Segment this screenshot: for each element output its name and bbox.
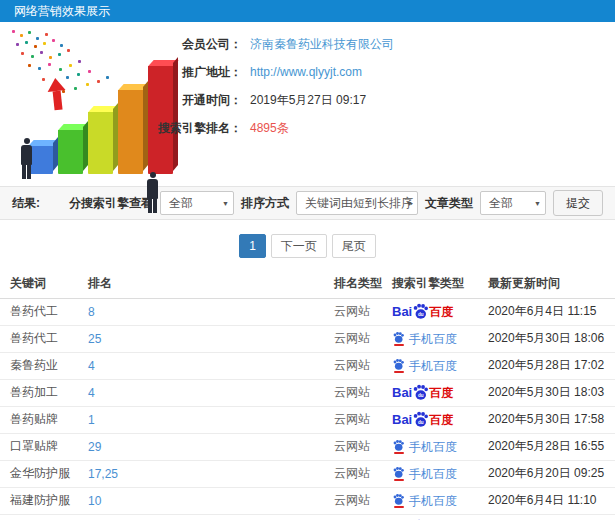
info-row-company: 会员公司： 济南秦鲁药业科技有限公司 xyxy=(150,30,394,58)
engine-type-cell: Bai du 百度 xyxy=(392,379,488,406)
promo-url-link[interactable]: http://www.qlyyjt.com xyxy=(250,65,362,79)
mobile-baidu-label: 手机百度 xyxy=(409,333,457,345)
pagination: 1 下一页 尾页 xyxy=(0,234,615,258)
rank-type-cell: 云网站 xyxy=(334,379,392,406)
rank-cell[interactable] xyxy=(88,514,334,520)
baidu-paw-icon: du xyxy=(412,303,429,320)
table-row: 兽药代工 25 云网站 手机百度 2020年5月30日 18:06 xyxy=(0,325,615,352)
engine-type-cell: 手机百度 xyxy=(392,325,488,352)
table-row: 兽药代工 8 云网站 Bai du 百度 2020年6月4日 11:15 xyxy=(0,298,615,325)
mobile-baidu-paw-icon xyxy=(392,359,405,373)
updated-time-cell xyxy=(488,514,615,520)
updated-time-cell: 2020年5月30日 18:03 xyxy=(488,379,615,406)
promo-url-label: 推广地址： xyxy=(150,64,242,81)
svg-text:du: du xyxy=(418,312,424,317)
rank-type-cell: 云网站 xyxy=(334,487,392,514)
baidu-logo: Bai du 百度 xyxy=(392,411,453,428)
info-row-rank-count: 搜索引擎排名： 4895条 xyxy=(150,114,394,142)
rank-type-cell: 云网站 xyxy=(334,352,392,379)
keyword-cell: 兽药代工 xyxy=(0,298,88,325)
keyword-cell: 金华防护服 xyxy=(0,460,88,487)
keyword-cell: 兽药贴牌 xyxy=(0,406,88,433)
rank-type-cell: 云网站 xyxy=(334,298,392,325)
keyword-cell xyxy=(0,514,88,520)
mobile-baidu-label: 手机百度 xyxy=(409,360,457,372)
bar-green xyxy=(58,130,83,174)
article-type-select[interactable]: 全部 ▼ xyxy=(480,191,546,215)
rank-cell[interactable]: 29 xyxy=(88,433,334,460)
engine-filter-select[interactable]: 全部 ▼ xyxy=(160,191,234,215)
table-row: Bai du 百度 xyxy=(0,514,615,520)
rank-cell[interactable]: 4 xyxy=(88,379,334,406)
chevron-down-icon: ▼ xyxy=(222,200,229,207)
engine-type-cell: Bai du 百度 xyxy=(392,298,488,325)
baidu-logo-text-du: 百度 xyxy=(429,414,453,426)
sort-label: 排序方式 xyxy=(241,195,289,212)
rank-count-label: 搜索引擎排名： xyxy=(150,120,242,137)
results-filter-bar: 结果: 分搜索引擎查看 全部 ▼ 排序方式 关键词由短到长排序 ▼ 文章类型 全… xyxy=(0,186,615,220)
next-page-button[interactable]: 下一页 xyxy=(271,234,327,258)
updated-time-cell: 2020年6月20日 09:25 xyxy=(488,460,615,487)
mobile-baidu-logo: 手机百度 xyxy=(392,494,457,508)
table-row: 福建防护服 10 云网站 手机百度 2020年6月4日 11:10 xyxy=(0,487,615,514)
keyword-cell: 兽药代工 xyxy=(0,325,88,352)
engine-type-cell: Bai du 百度 xyxy=(392,406,488,433)
engine-filter-label: 分搜索引擎查看 xyxy=(69,195,153,212)
rank-cell[interactable]: 1 xyxy=(88,406,334,433)
rank-count-value: 4895条 xyxy=(250,120,289,137)
rank-type-cell: 云网站 xyxy=(334,325,392,352)
window-title-bar: 网络营销效果展示 xyxy=(0,0,615,22)
baidu-paw-icon: du xyxy=(412,411,429,428)
updated-time-cell: 2020年5月30日 18:06 xyxy=(488,325,615,352)
updated-time-cell: 2020年6月4日 11:15 xyxy=(488,298,615,325)
mobile-baidu-logo: 手机百度 xyxy=(392,332,457,346)
mobile-baidu-paw-icon xyxy=(392,494,405,508)
engine-type-cell: 手机百度 xyxy=(392,460,488,487)
rank-cell[interactable]: 17,25 xyxy=(88,460,334,487)
info-row-url: 推广地址： http://www.qlyyjt.com xyxy=(150,58,394,86)
baidu-logo-text-du: 百度 xyxy=(429,306,453,318)
mobile-baidu-logo: 手机百度 xyxy=(392,359,457,373)
mobile-baidu-paw-icon xyxy=(392,467,405,481)
rank-cell[interactable]: 25 xyxy=(88,325,334,352)
baidu-logo-text-bai: Bai xyxy=(392,413,412,426)
sort-selected-value: 关键词由短到长排序 xyxy=(305,195,413,212)
hero-section: 会员公司： 济南秦鲁药业科技有限公司 推广地址： http://www.qlyy… xyxy=(0,22,615,186)
rank-type-cell: 云网站 xyxy=(334,406,392,433)
keyword-ranking-table: 关键词 排名 排名类型 搜索引擎类型 最新更新时间 兽药代工 8 云网站 Bai… xyxy=(0,270,615,520)
col-header-rank-type: 排名类型 xyxy=(334,270,392,298)
table-row: 金华防护服 17,25 云网站 手机百度 2020年6月20日 09:25 xyxy=(0,460,615,487)
page-button-1[interactable]: 1 xyxy=(239,234,266,258)
keyword-cell: 口罩贴牌 xyxy=(0,433,88,460)
col-header-keyword: 关键词 xyxy=(0,270,88,298)
updated-time-cell: 2020年5月28日 17:02 xyxy=(488,352,615,379)
submit-button[interactable]: 提交 xyxy=(553,190,603,216)
company-link[interactable]: 济南秦鲁药业科技有限公司 xyxy=(250,36,394,53)
rank-cell[interactable]: 4 xyxy=(88,352,334,379)
rank-cell[interactable]: 8 xyxy=(88,298,334,325)
last-page-button[interactable]: 尾页 xyxy=(332,234,376,258)
engine-type-cell: 手机百度 xyxy=(392,487,488,514)
chevron-down-icon: ▼ xyxy=(534,200,541,207)
table-row: 兽药加工 4 云网站 Bai du 百度 2020年5月30日 18:03 xyxy=(0,379,615,406)
rank-cell[interactable]: 10 xyxy=(88,487,334,514)
baidu-logo-text-bai: Bai xyxy=(392,386,412,399)
mobile-baidu-logo: 手机百度 xyxy=(392,440,457,454)
table-row: 口罩贴牌 29 云网站 手机百度 2020年5月28日 16:55 xyxy=(0,433,615,460)
rank-type-cell: 云网站 xyxy=(334,460,392,487)
keyword-cell: 兽药加工 xyxy=(0,379,88,406)
mobile-baidu-logo: 手机百度 xyxy=(392,467,457,481)
page-title: 网络营销效果展示 xyxy=(14,4,110,18)
engine-type-cell: 手机百度 xyxy=(392,433,488,460)
updated-time-cell: 2020年6月4日 11:10 xyxy=(488,487,615,514)
engine-type-cell: 手机百度 xyxy=(392,352,488,379)
bar-orange xyxy=(118,90,143,174)
company-label: 会员公司： xyxy=(150,36,242,53)
sort-select[interactable]: 关键词由短到长排序 ▼ xyxy=(296,191,418,215)
growth-arrow-icon xyxy=(46,77,67,113)
baidu-logo: Bai du 百度 xyxy=(392,384,453,401)
open-time-label: 开通时间： xyxy=(150,92,242,109)
baidu-logo: Bai du 百度 xyxy=(392,303,453,320)
col-header-updated: 最新更新时间 xyxy=(488,270,615,298)
baidu-paw-icon: du xyxy=(412,384,429,401)
